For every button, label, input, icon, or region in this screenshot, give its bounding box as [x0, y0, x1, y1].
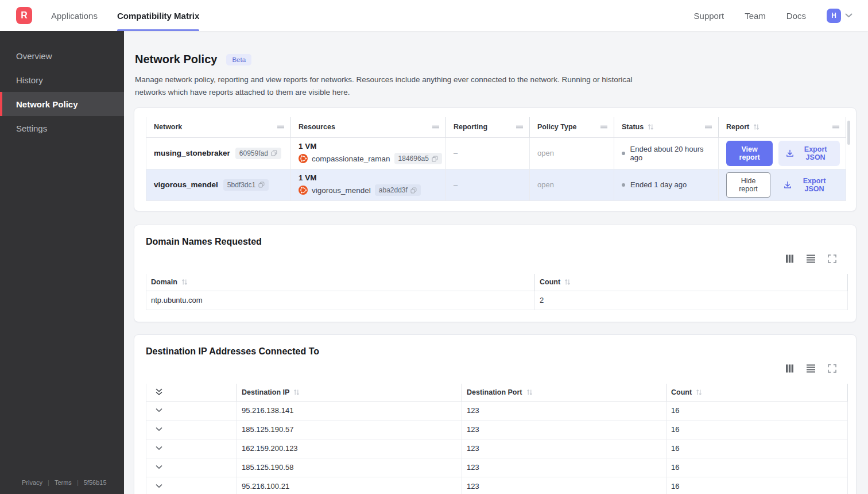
column-header-count: Count — [535, 274, 848, 291]
count-cell: 16 — [666, 402, 848, 420]
tab-compatibility-matrix[interactable]: Compatibility Matrix — [117, 0, 199, 31]
column-header-domain-label: Domain — [151, 278, 177, 286]
page-header: Network Policy Beta — [135, 53, 857, 66]
status-dot-icon — [622, 152, 625, 155]
terms-link[interactable]: Terms — [55, 479, 72, 486]
columns-icon[interactable] — [785, 364, 794, 373]
column-resize-handle[interactable] — [277, 124, 285, 130]
view-report-button[interactable]: View report — [726, 141, 773, 166]
sidebar: Overview History Network Policy Settings… — [0, 31, 124, 494]
sidebar-footer: Privacy | Terms | 5f56b15 — [0, 479, 124, 494]
destinations-card-title: Destination IP Addresses Connected To — [146, 346, 844, 357]
copy-icon[interactable] — [410, 187, 417, 194]
network-id: 60959fad — [239, 149, 268, 157]
reporting-cell: – — [446, 138, 530, 169]
row-expander[interactable] — [146, 477, 237, 494]
status-cell: Ended about 20 hours ago — [614, 138, 719, 169]
domains-toolbar — [146, 254, 844, 264]
export-json-button[interactable]: Export JSON — [776, 172, 840, 198]
copy-icon[interactable] — [271, 150, 277, 156]
column-header-destination-ip: Destination IP — [237, 384, 462, 402]
expand-all-icon[interactable] — [156, 388, 162, 396]
destination-ip-cell: 162.159.200.123 — [237, 439, 462, 458]
resources-cell: 1 VM vigorous_mendel aba2dd3f — [291, 169, 446, 201]
network-id-badge: 5bdf3dc1 — [223, 179, 269, 191]
destination-port-cell: 123 — [462, 458, 666, 477]
columns-icon[interactable] — [785, 254, 794, 263]
expand-icon[interactable] — [828, 254, 836, 263]
column-header-reporting-label: Reporting — [454, 123, 487, 131]
docs-link[interactable]: Docs — [786, 11, 806, 21]
sidebar-item-network-policy[interactable]: Network Policy — [0, 92, 124, 116]
chevron-down-icon — [845, 13, 852, 18]
sidebar-item-settings[interactable]: Settings — [0, 116, 124, 140]
count-cell: 16 — [666, 439, 848, 458]
row-expander[interactable] — [146, 439, 237, 458]
beta-badge: Beta — [226, 54, 251, 65]
footer-divider: | — [48, 479, 49, 486]
row-expander[interactable] — [146, 420, 237, 439]
privacy-link[interactable]: Privacy — [22, 479, 42, 486]
copy-icon[interactable] — [432, 156, 438, 162]
column-resize-handle[interactable] — [704, 124, 712, 130]
sort-icon[interactable] — [648, 124, 654, 130]
sort-icon[interactable] — [526, 389, 533, 396]
domains-table: Domain Count ntp.ubuntu.com 2 — [146, 274, 844, 310]
primary-nav: Applications Compatibility Matrix — [51, 0, 199, 31]
column-header-report-label: Report — [726, 123, 749, 131]
sidebar-item-overview[interactable]: Overview — [0, 44, 124, 68]
page-title: Network Policy — [135, 53, 217, 66]
export-json-button[interactable]: Export JSON — [778, 141, 840, 166]
destinations-card: Destination IP Addresses Connected To De… — [134, 334, 857, 494]
network-name: musing_stonebraker — [154, 149, 230, 157]
network-cell[interactable]: vigorous_mendel 5bdf3dc1 — [146, 169, 291, 201]
copy-icon[interactable] — [258, 182, 265, 188]
column-header-network: Network — [146, 117, 291, 138]
team-link[interactable]: Team — [745, 11, 766, 21]
destination-port-cell: 123 — [462, 402, 666, 420]
policy-type-cell: open — [530, 138, 614, 169]
policy-type-cell: open — [530, 169, 614, 201]
reporting-cell: – — [446, 169, 530, 201]
active-tab-underline — [117, 29, 199, 31]
app-logo[interactable]: R — [16, 7, 32, 24]
network-cell[interactable]: musing_stonebraker 60959fad — [146, 138, 291, 169]
table-scrollbar[interactable] — [847, 121, 850, 145]
sort-icon[interactable] — [181, 279, 188, 285]
column-resize-handle[interactable] — [516, 124, 524, 130]
download-icon — [784, 181, 792, 189]
column-resize-handle[interactable] — [432, 124, 440, 130]
download-icon — [786, 149, 794, 157]
navbar-right: Support Team Docs H — [694, 9, 852, 23]
sort-icon[interactable] — [753, 124, 760, 130]
row-expander[interactable] — [146, 458, 237, 477]
domain-cell: ntp.ubuntu.com — [146, 291, 535, 310]
destination-port-cell: 123 — [462, 477, 666, 494]
resources-count: 1 VM — [299, 173, 317, 182]
hide-report-button[interactable]: Hide report — [726, 172, 770, 198]
count-cell: 2 — [535, 291, 848, 310]
networks-card: Network Resources Reporting Policy Type — [134, 107, 857, 211]
column-resize-handle[interactable] — [832, 124, 840, 130]
tab-applications[interactable]: Applications — [51, 0, 98, 31]
sort-icon[interactable] — [696, 389, 702, 396]
expand-icon[interactable] — [828, 364, 836, 373]
column-header-count: Count — [666, 384, 848, 402]
support-link[interactable]: Support — [694, 11, 724, 21]
network-id: 5bdf3dc1 — [227, 181, 255, 189]
sidebar-item-history[interactable]: History — [0, 68, 124, 92]
destination-port-cell: 123 — [462, 439, 666, 458]
sort-icon[interactable] — [564, 279, 571, 285]
column-header-destination-port: Destination Port — [462, 384, 666, 402]
main-content: Network Policy Beta Manage network polic… — [124, 0, 868, 494]
rows-icon[interactable] — [806, 254, 816, 263]
row-expander[interactable] — [146, 402, 237, 420]
rows-icon[interactable] — [806, 364, 816, 373]
export-json-label: Export JSON — [796, 177, 832, 193]
sort-icon[interactable] — [293, 389, 300, 396]
column-resize-handle[interactable] — [600, 124, 608, 130]
avatar[interactable]: H — [827, 9, 841, 23]
user-menu[interactable]: H — [827, 9, 852, 23]
destination-ip-cell: 95.216.138.141 — [237, 402, 462, 420]
page-description: Manage network policy, reporting and vie… — [135, 74, 640, 99]
